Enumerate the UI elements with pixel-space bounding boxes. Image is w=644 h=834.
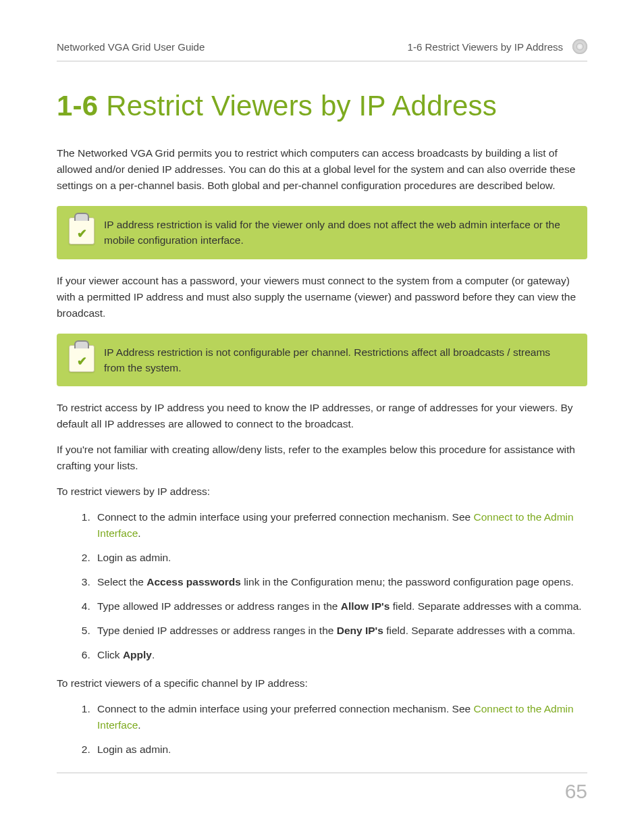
list-item: Select the Access passwords link in the … bbox=[93, 574, 587, 590]
procedure-list: Connect to the admin interface using you… bbox=[57, 509, 587, 663]
body-paragraph: If you're not familiar with creating all… bbox=[57, 442, 587, 474]
intro-paragraph: The Networked VGA Grid permits you to re… bbox=[57, 145, 587, 194]
clipboard-check-icon bbox=[69, 217, 95, 244]
note-text: IP address restriction is valid for the … bbox=[104, 217, 571, 249]
page-title: 1-6 Restrict Viewers by IP Address bbox=[57, 90, 587, 122]
list-item: Login as admin. bbox=[93, 550, 587, 566]
header-right: 1-6 Restrict Viewers by IP Address bbox=[408, 41, 563, 53]
body-paragraph: If your viewer account has a password, y… bbox=[57, 273, 587, 321]
list-item: Type allowed IP addresses or address ran… bbox=[93, 598, 587, 615]
procedure-list: Connect to the admin interface using you… bbox=[57, 701, 587, 758]
note-box: IP address restriction is valid for the … bbox=[57, 206, 587, 259]
list-item: Login as admin. bbox=[93, 741, 587, 758]
list-item: Click Apply. bbox=[93, 647, 587, 663]
note-box: IP Address restriction is not configurab… bbox=[57, 334, 587, 387]
body-paragraph: To restrict access by IP address you nee… bbox=[57, 400, 587, 432]
list-lead: To restrict viewers of a specific channe… bbox=[57, 675, 587, 692]
header-left: Networked VGA Grid User Guide bbox=[57, 41, 205, 53]
list-lead: To restrict viewers by IP address: bbox=[57, 484, 587, 500]
list-item: Connect to the admin interface using you… bbox=[93, 509, 587, 542]
section-number: 1-6 bbox=[57, 90, 98, 122]
page-footer: 65 bbox=[57, 773, 587, 803]
list-item: Connect to the admin interface using you… bbox=[93, 701, 587, 733]
page-number: 65 bbox=[565, 780, 587, 802]
section-title: Restrict Viewers by IP Address bbox=[106, 90, 497, 122]
page-header: Networked VGA Grid User Guide 1-6 Restri… bbox=[57, 39, 587, 61]
clipboard-check-icon bbox=[69, 345, 95, 372]
list-item: Type denied IP addresses or address rang… bbox=[93, 623, 587, 639]
note-text: IP Address restriction is not configurab… bbox=[104, 344, 571, 376]
target-icon bbox=[572, 39, 587, 54]
